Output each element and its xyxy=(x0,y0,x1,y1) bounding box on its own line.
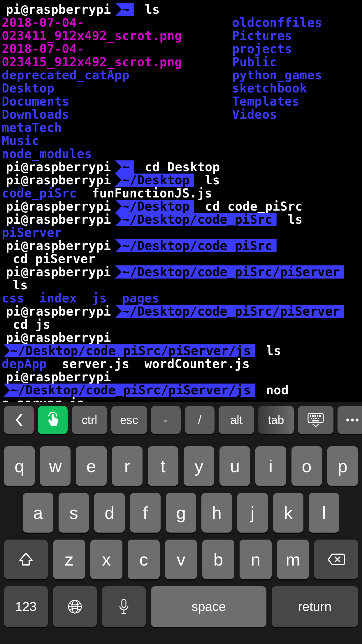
key-x[interactable]: x xyxy=(90,540,122,579)
prompt-command: cd Desktop xyxy=(134,160,220,174)
key-c[interactable]: c xyxy=(128,540,160,579)
return-key[interactable]: return xyxy=(272,586,358,627)
svg-rect-2 xyxy=(312,415,314,417)
prompt-user: pi@raspberrypi xyxy=(2,305,113,318)
svg-rect-1 xyxy=(310,415,311,417)
ls-output-inline: depApp server.js wordCounter.js xyxy=(2,357,360,370)
ls-entry: metaTech xyxy=(2,121,232,134)
shift-icon xyxy=(18,552,34,567)
prompt-user: pi@raspberrypi xyxy=(2,331,113,344)
touch-key[interactable] xyxy=(38,406,68,434)
svg-rect-6 xyxy=(311,418,312,419)
prompt-command: cd code_piSrc xyxy=(194,200,303,213)
key-t[interactable]: t xyxy=(148,446,178,486)
svg-rect-7 xyxy=(313,418,314,419)
svg-rect-9 xyxy=(318,418,319,419)
key-n[interactable]: n xyxy=(240,540,272,579)
key-i[interactable]: i xyxy=(255,446,286,486)
ls-entry: deprecated_catApp xyxy=(2,69,232,82)
keyboard-main: qwertyuiop asdfghjkl zxcvbnm xyxy=(0,439,362,579)
prompt-user: pi@raspberrypi xyxy=(2,370,113,384)
keyboard-row-1: qwertyuiop xyxy=(4,446,358,486)
globe-key[interactable] xyxy=(53,586,97,627)
key-o[interactable]: o xyxy=(291,446,322,486)
esc-key[interactable]: esc xyxy=(111,406,147,434)
key-b[interactable]: b xyxy=(202,540,234,579)
ls-entry: Public xyxy=(232,55,322,69)
prompt-command: ls xyxy=(255,344,281,357)
prompt-path: ~/Desktop xyxy=(115,200,194,213)
prompt-command: ls xyxy=(277,213,303,226)
ls-entry: Documents xyxy=(2,95,232,108)
key-f[interactable]: f xyxy=(130,493,161,533)
dismiss-keyboard-key[interactable] xyxy=(298,406,333,434)
prompt-user: pi@raspberrypi xyxy=(2,200,113,213)
keyboard-accessory-row: ctrl esc - / alt tab xyxy=(0,402,362,439)
prompt-path: ~ xyxy=(115,3,134,16)
ls-entry: sketchbook xyxy=(232,82,322,95)
ls-entry: wordCounter.js xyxy=(145,357,250,371)
dash-key[interactable]: - xyxy=(151,406,181,434)
ls-entry: Pictures xyxy=(232,29,322,42)
prompt-user: pi@raspberrypi xyxy=(2,3,113,16)
key-w[interactable]: w xyxy=(40,446,71,486)
keyboard-row-3: zxcvbnm xyxy=(4,540,358,579)
ls-entry: Downloads xyxy=(2,108,232,121)
key-l[interactable]: l xyxy=(309,493,339,533)
prompt-user: pi@raspberrypi xyxy=(2,239,113,252)
numbers-key[interactable]: 123 xyxy=(4,586,48,627)
space-key[interactable]: space xyxy=(151,586,266,627)
key-r[interactable]: r xyxy=(112,446,143,486)
prompt-command: ls xyxy=(194,174,220,187)
ls-entry xyxy=(77,291,92,305)
key-m[interactable]: m xyxy=(277,540,309,579)
key-u[interactable]: u xyxy=(219,446,250,486)
key-s[interactable]: s xyxy=(59,493,89,533)
key-j[interactable]: j xyxy=(237,493,268,533)
key-p[interactable]: p xyxy=(327,446,358,486)
svg-point-11 xyxy=(346,419,349,421)
key-d[interactable]: d xyxy=(94,493,125,533)
key-g[interactable]: g xyxy=(166,493,196,533)
prompt-path: ~ xyxy=(115,160,134,174)
terminal[interactable]: pi@raspberrypi~ls2018-07-04-023411_912x4… xyxy=(0,0,362,402)
key-v[interactable]: v xyxy=(165,540,197,579)
ls-entry xyxy=(24,291,39,305)
slash-key[interactable]: / xyxy=(185,406,215,434)
backspace-key[interactable] xyxy=(314,540,358,579)
key-q[interactable]: q xyxy=(4,446,35,486)
ls-entry: Music xyxy=(2,134,232,147)
shift-key[interactable] xyxy=(4,540,48,579)
more-key[interactable] xyxy=(338,406,362,434)
ctrl-key[interactable]: ctrl xyxy=(72,406,107,434)
ls-output-inline: piServer xyxy=(2,226,360,239)
key-a[interactable]: a xyxy=(23,493,53,533)
ls-entry: node_modules xyxy=(2,147,232,160)
keyboard-bottom-row: 123 space xyxy=(0,579,362,633)
prompt-path: ~/Desktop/code_piSrc xyxy=(115,213,277,226)
prompt-command: ls xyxy=(2,279,28,292)
alt-key[interactable]: alt xyxy=(219,406,254,434)
key-e[interactable]: e xyxy=(76,446,106,486)
prompt-path: ~/Desktop xyxy=(115,174,194,187)
ls-entry: js xyxy=(92,291,107,305)
svg-rect-19 xyxy=(122,599,126,608)
svg-rect-3 xyxy=(314,415,316,417)
back-key[interactable] xyxy=(4,406,34,434)
key-y[interactable]: y xyxy=(184,446,214,486)
svg-rect-4 xyxy=(317,415,318,417)
prompt-user: pi@raspberrypi xyxy=(2,265,113,279)
tab-key[interactable]: tab xyxy=(258,406,294,434)
key-z[interactable]: z xyxy=(53,540,85,579)
svg-rect-10 xyxy=(312,420,319,421)
keyboard-row-2: asdfghjkl xyxy=(4,493,358,533)
svg-rect-8 xyxy=(315,418,317,419)
ls-entry: 2018-07-04-023415_912x492_scrot.png xyxy=(2,42,232,69)
mic-key[interactable] xyxy=(102,586,146,627)
ls-output-inline: code_piSrc funFunctionJS.js xyxy=(2,187,360,200)
svg-rect-5 xyxy=(319,415,321,417)
ls-entry: css xyxy=(2,291,24,305)
key-k[interactable]: k xyxy=(273,493,304,533)
key-h[interactable]: h xyxy=(201,493,232,533)
ls-entry xyxy=(77,186,92,200)
